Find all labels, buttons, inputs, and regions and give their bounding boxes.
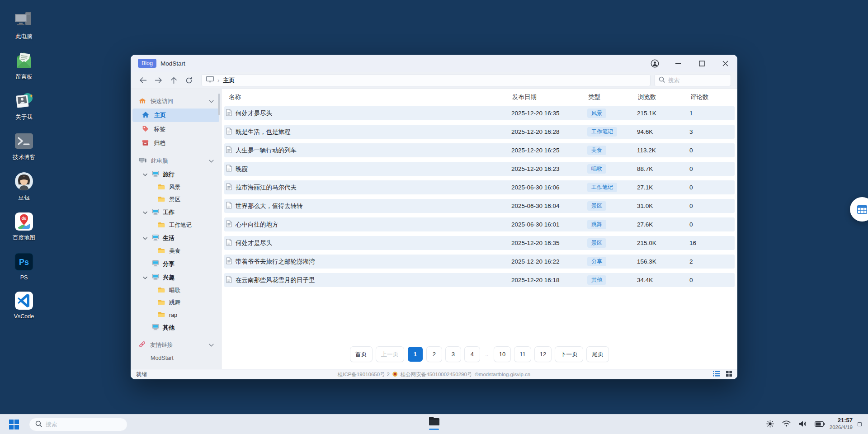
window-search-input[interactable] (668, 77, 726, 84)
pagination-button[interactable]: 下一页 (555, 347, 583, 362)
chevron-down-icon[interactable] (209, 342, 214, 348)
desktop-icon-about-me[interactable]: 关于我 (5, 90, 43, 121)
pagination-button[interactable]: 4 (465, 347, 480, 362)
desktop-icon-this-pc[interactable]: 此电脑 (5, 10, 43, 41)
maximize-button[interactable] (697, 58, 707, 68)
column-header-date[interactable]: 发布日期 (512, 93, 588, 101)
floating-widget-button[interactable] (850, 197, 868, 222)
table-row[interactable]: 何处才是尽头 2025-12-20 16:35 风景 215.1K 1 (224, 106, 735, 120)
sidebar-section-links[interactable]: 友情链接 (131, 338, 221, 352)
computer-node-icon (152, 234, 159, 242)
desktop-icon-doubao[interactable]: 豆包 (5, 171, 43, 202)
pagination-button[interactable]: 上一页 (376, 347, 404, 362)
expander-chevron-icon[interactable] (142, 211, 148, 214)
minimize-button[interactable] (673, 58, 683, 68)
sidebar-tree-travel[interactable]: 旅行 (131, 168, 221, 181)
battery-icon[interactable] (815, 420, 825, 429)
sidebar-child-scenery[interactable]: 风景 (131, 181, 221, 193)
refresh-button[interactable] (183, 75, 195, 86)
sidebar-item-tags[interactable]: 标签 (132, 123, 219, 136)
pagination-button[interactable]: 首页 (350, 347, 372, 362)
back-button[interactable] (137, 75, 149, 86)
sidebar-scrollbar-thumb[interactable] (218, 94, 220, 115)
desktop-icon-vscode[interactable]: VsCode (5, 290, 43, 320)
desktop: 此电脑 留言板 关于我 技术博客 豆包 (0, 0, 868, 434)
chevron-down-icon[interactable] (209, 98, 214, 104)
table-row[interactable]: 世界那么大，值得去转转 2025-06-30 16:04 景区 31.0K 0 (224, 199, 735, 213)
pagination-button[interactable]: 3 (446, 347, 461, 362)
account-button[interactable] (650, 58, 660, 68)
folder-icon (158, 196, 165, 203)
folder-taskbar-icon (429, 416, 440, 428)
desktop-icon-tech-blog[interactable]: 技术博客 (5, 131, 43, 161)
breadcrumb[interactable]: › 主页 (201, 74, 651, 86)
table-row[interactable]: 既是生活，也是旅程 2025-12-20 16:28 工作笔记 94.6K 3 (224, 125, 735, 139)
table-row[interactable]: 人生是一辆行动的列车 2025-12-20 16:25 美食 113.2K 0 (224, 143, 735, 157)
table-row[interactable]: 晚霞 2025-12-20 16:23 唱歌 88.7K 0 (224, 162, 735, 176)
post-type-badge: 景区 (587, 238, 606, 247)
window-search-box[interactable] (654, 74, 731, 86)
taskbar-clock[interactable]: 21:57 2026/4/19 (830, 417, 853, 431)
start-button[interactable] (9, 420, 19, 429)
desktop-icon-message-board[interactable]: 留言板 (5, 50, 43, 81)
sidebar-child-food[interactable]: 美食 (131, 245, 221, 257)
window-titlebar[interactable]: Blog ModStart (131, 55, 737, 72)
pagination-button[interactable]: 尾页 (587, 347, 609, 362)
wifi-icon[interactable] (782, 420, 791, 429)
column-header-comments[interactable]: 评论数 (690, 93, 734, 101)
post-doc-icon (226, 183, 232, 192)
desktop-icon-baidu-maps[interactable]: du 百度地图 (5, 211, 43, 242)
sidebar-link-modstart[interactable]: ModStart (131, 352, 221, 364)
sidebar-tree-life[interactable]: 生活 (131, 231, 221, 245)
list-view-button[interactable] (713, 370, 720, 378)
up-button[interactable] (168, 75, 179, 86)
taskbar-search-box[interactable] (29, 418, 127, 431)
taskbar-file-explorer-button[interactable] (425, 416, 443, 430)
forward-button[interactable] (152, 75, 164, 86)
taskbar-search-input[interactable] (46, 421, 121, 428)
table-row[interactable]: 在云南那些风花雪月的日子里 2025-12-20 16:18 其他 34.4K … (224, 273, 735, 287)
post-comments: 16 (689, 240, 733, 246)
baidu-maps-icon: du (14, 211, 34, 232)
table-row[interactable]: 拉市海丽江的马尔代夫 2025-06-30 16:06 工作笔记 27.1K 0 (224, 180, 735, 194)
expander-chevron-icon[interactable] (142, 173, 148, 176)
chevron-down-icon[interactable] (209, 158, 214, 164)
table-row[interactable]: 何处才是尽头 2025-12-20 16:35 景区 215.0K 16 (224, 236, 735, 250)
pagination-button[interactable]: 12 (535, 347, 551, 362)
post-comments: 0 (689, 277, 733, 283)
sidebar-child-rap[interactable]: rap (131, 309, 221, 321)
pagination-button[interactable]: .. (484, 347, 490, 362)
sidebar-tree-share[interactable]: 分享 (131, 257, 221, 271)
post-comments: 0 (689, 147, 733, 154)
pagination-button[interactable]: 10 (494, 347, 510, 362)
close-button[interactable] (720, 58, 730, 68)
sidebar-item-archive[interactable]: 归档 (132, 137, 219, 150)
pagination-button[interactable]: 1 (408, 347, 423, 362)
pagination-button[interactable]: 11 (514, 347, 531, 362)
table-row[interactable]: 心中向往的地方 2025-06-30 16:01 跳舞 27.6K 0 (224, 217, 735, 231)
sidebar-tree-interest[interactable]: 兴趣 (131, 271, 221, 284)
sidebar-child-scenic-area[interactable]: 景区 (131, 193, 221, 206)
sidebar-child-work-notes[interactable]: 工作笔记 (131, 219, 221, 231)
column-header-views[interactable]: 浏览数 (638, 93, 690, 101)
sidebar-item-home[interactable]: 主页 (132, 108, 219, 122)
folder-icon (158, 222, 165, 229)
brightness-icon[interactable] (766, 420, 774, 429)
pagination-button[interactable]: 2 (427, 347, 442, 362)
status-bar: 就绪 桂ICP备19010650号-2 桂公网安备45010002450290号… (131, 369, 737, 379)
grid-view-button[interactable] (726, 370, 732, 378)
column-header-type[interactable]: 类型 (588, 93, 638, 101)
sidebar-section-quick-access[interactable]: 快速访问 (131, 94, 221, 108)
desktop-icon-photoshop[interactable]: Ps PS (5, 251, 43, 281)
show-desktop-button[interactable] (858, 422, 862, 426)
sidebar-child-dancing[interactable]: 跳舞 (131, 297, 221, 309)
expander-chevron-icon[interactable] (142, 237, 148, 240)
expander-chevron-icon[interactable] (142, 276, 148, 279)
sidebar-section-this-pc[interactable]: 此电脑 (131, 154, 221, 168)
sidebar-child-singing[interactable]: 唱歌 (131, 284, 221, 297)
volume-icon[interactable] (799, 420, 807, 429)
sidebar-tree-work[interactable]: 工作 (131, 206, 221, 219)
table-row[interactable]: 带着爷爷去旅行之邮轮澎湖湾 2025-12-20 16:22 分享 156.3K… (224, 255, 735, 269)
column-header-name[interactable]: 名称 (226, 93, 512, 101)
sidebar-tree-other[interactable]: 其他 (131, 321, 221, 335)
